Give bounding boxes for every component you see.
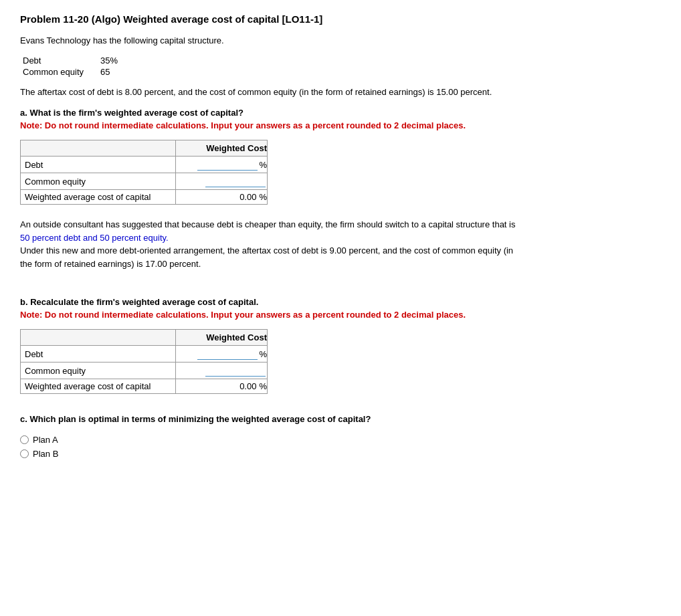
capital-structure-table: Debt 35% Common equity 65 <box>20 55 127 78</box>
part-a-label: a. What is the firm's weighted average c… <box>20 108 661 118</box>
part-a-debt-percent: % <box>258 160 267 170</box>
part-a-debt-row: Debt % <box>21 157 268 173</box>
part-b-debt-row: Debt % <box>21 346 268 363</box>
part-b-equity-label: Common equity <box>21 363 176 379</box>
part-b-wacc-value-cell: 0.00 % <box>175 379 267 394</box>
aftertax-text: The aftertax cost of debt is 8.00 percen… <box>20 87 661 97</box>
consultant-section: An outside consultant has suggested that… <box>20 218 661 270</box>
plan-b-label: Plan B <box>33 449 58 459</box>
consultant-line4: the form of retained earnings) is 17.00 … <box>20 258 661 271</box>
plan-b-radio[interactable] <box>20 449 29 458</box>
part-a-equity-row: Common equity <box>21 173 268 190</box>
part-a-wacc-row: Weighted average cost of capital 0.00 % <box>21 190 268 205</box>
part-a-table: Weighted Cost Debt % Common equity <box>20 140 268 205</box>
part-a-note: Note: Do not round intermediate calculat… <box>20 120 661 130</box>
debt-value: 35% <box>100 55 127 66</box>
consultant-line3: Under this new and more debt-oriented ar… <box>20 244 661 258</box>
part-a-wacc-percent: % <box>258 192 267 202</box>
plan-options: Plan A Plan B <box>20 435 661 459</box>
part-b-debt-input[interactable] <box>197 348 258 360</box>
part-b-equity-input[interactable] <box>205 365 266 377</box>
part-b-debt-label: Debt <box>21 346 176 363</box>
part-a-section: a. What is the firm's weighted average c… <box>20 108 661 205</box>
part-a-wacc-value: 0.00 <box>239 192 258 202</box>
plan-a-label: Plan A <box>33 435 58 445</box>
part-b-wacc-row: Weighted average cost of capital 0.00 % <box>21 379 268 394</box>
part-b-label: b. Recalculate the firm's weighted avera… <box>20 297 661 307</box>
equity-label: Common equity <box>20 66 100 78</box>
problem-title: Problem 11-20 (Algo) Weighted average co… <box>20 13 661 25</box>
part-b-section: b. Recalculate the firm's weighted avera… <box>20 297 661 394</box>
part-b-table: Weighted Cost Debt % Common equity <box>20 329 268 394</box>
part-b-equity-row: Common equity <box>21 363 268 379</box>
part-a-wacc-label: Weighted average cost of capital <box>21 190 176 205</box>
part-a-debt-label: Debt <box>21 157 176 173</box>
part-b-debt-value-cell: % <box>175 346 267 363</box>
part-b-weighted-cost-header: Weighted Cost <box>175 330 267 346</box>
debt-label: Debt <box>20 55 100 66</box>
part-a-wacc-value-cell: 0.00 % <box>175 190 267 205</box>
part-a-empty-header <box>21 140 176 157</box>
consultant-line1: An outside consultant has suggested that… <box>20 218 661 231</box>
part-b-debt-percent: % <box>258 349 267 359</box>
part-a-equity-value-cell <box>175 173 267 190</box>
part-a-equity-input[interactable] <box>205 175 266 187</box>
part-b-wacc-value: 0.00 <box>239 381 258 391</box>
plan-a-item[interactable]: Plan A <box>20 435 661 445</box>
part-b-equity-value-cell <box>175 363 267 379</box>
part-a-weighted-cost-header: Weighted Cost <box>175 140 267 157</box>
part-b-wacc-percent: % <box>258 381 267 391</box>
intro-text: Evans Technology has the following capit… <box>20 35 661 45</box>
part-a-debt-input[interactable] <box>197 159 258 171</box>
part-b-wacc-label: Weighted average cost of capital <box>21 379 176 394</box>
part-a-equity-label: Common equity <box>21 173 176 190</box>
part-c-section: c. Which plan is optimal in terms of min… <box>20 414 661 459</box>
equity-value: 65 <box>100 66 127 78</box>
part-a-debt-value-cell: % <box>175 157 267 173</box>
consultant-line2: 50 percent debt and 50 percent equity. <box>20 231 661 245</box>
part-c-label: c. Which plan is optimal in terms of min… <box>20 414 661 424</box>
plan-a-radio[interactable] <box>20 435 29 444</box>
part-b-empty-header <box>21 330 176 346</box>
part-b-note: Note: Do not round intermediate calculat… <box>20 310 661 320</box>
plan-b-item[interactable]: Plan B <box>20 449 661 459</box>
